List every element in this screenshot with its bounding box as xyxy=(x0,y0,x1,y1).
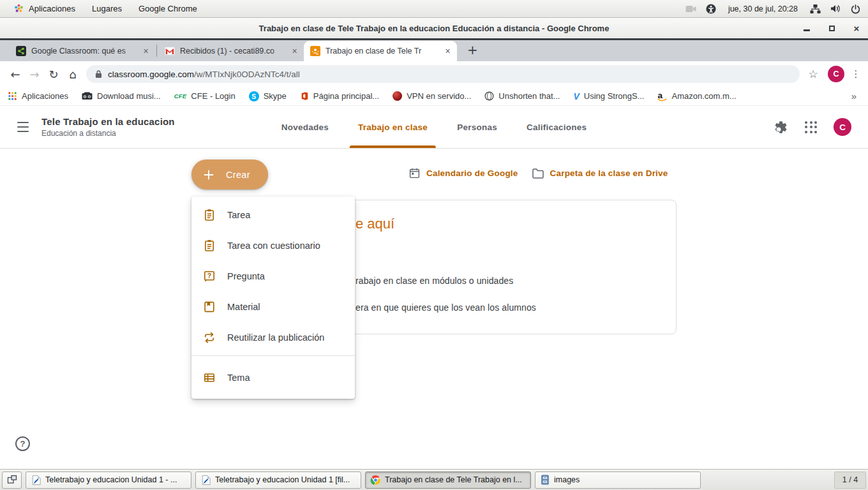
back-button[interactable]: ← xyxy=(6,64,25,84)
link-label: Calendario de Google xyxy=(426,168,518,178)
network-icon[interactable] xyxy=(810,4,821,14)
bookmark-label: Página principal... xyxy=(313,91,379,101)
drive-folder-link[interactable]: Carpeta de la clase en Drive xyxy=(532,168,668,179)
bookmark-star-icon[interactable]: ☆ xyxy=(804,64,823,84)
taskbar-window-writer-1[interactable]: Teletrabajo y educacion Unidad 1 - ... xyxy=(26,471,191,489)
os-taskbar: Teletrabajo y educacion Unidad 1 - ... T… xyxy=(0,469,868,490)
create-button[interactable]: Crear xyxy=(191,160,268,189)
help-button[interactable]: ? xyxy=(15,436,30,451)
tab-personas[interactable]: Personas xyxy=(457,106,497,148)
screen-record-icon[interactable] xyxy=(685,5,696,13)
nav-label: Calificaciones xyxy=(527,122,587,132)
menu-item-label: Tema xyxy=(227,373,250,383)
bookmark-strongvpn[interactable]: V Using StrongS... xyxy=(573,91,644,101)
tab-calificaciones[interactable]: Calificaciones xyxy=(527,106,587,148)
libreoffice-icon xyxy=(200,475,211,486)
account-avatar[interactable]: C xyxy=(834,118,851,136)
class-title-block[interactable]: Tele Trabajo en la educacion Educación a… xyxy=(41,116,175,138)
classroom-header: Tele Trabajo en la educacion Educación a… xyxy=(0,106,868,149)
tab-google-classroom-article[interactable]: Google Classroom: qué es × xyxy=(10,41,155,61)
places-menu[interactable]: Lugares xyxy=(84,0,130,17)
minimize-button[interactable] xyxy=(802,23,812,33)
volume-icon[interactable] xyxy=(830,4,841,13)
reload-button[interactable]: ↻ xyxy=(44,64,63,84)
tab-classroom-classwork[interactable]: Trabajo en clase de Tele Tr × xyxy=(304,41,457,61)
reuse-post-icon xyxy=(203,331,216,344)
show-desktop-icon xyxy=(7,475,17,485)
tab-novedades[interactable]: Novedades xyxy=(281,106,329,148)
google-calendar-link[interactable]: Calendario de Google xyxy=(408,167,518,179)
tab-title: Trabajo en clase de Tele Tr xyxy=(326,47,440,56)
taskbar-window-chrome[interactable]: Trabajo en clase de Tele Trabajo en l... xyxy=(365,471,531,489)
close-button[interactable]: × xyxy=(851,23,862,33)
menu-item-label: Tarea xyxy=(227,210,250,220)
maximize-button[interactable] xyxy=(827,23,837,33)
create-dropdown-menu: Tarea Tarea con cuestionario ? Pregunta … xyxy=(191,197,355,399)
google-apps-grid-icon[interactable] xyxy=(805,121,817,133)
menu-item-label: Tarea con cuestionario xyxy=(227,241,320,251)
bookmark-skype[interactable]: S Skype xyxy=(249,91,287,101)
tab-separator xyxy=(156,45,157,57)
menu-item-label: Reutilizar la publicación xyxy=(227,332,324,343)
bookmark-office[interactable]: Página principal... xyxy=(300,91,379,101)
tab-close-icon[interactable]: × xyxy=(140,46,151,57)
settings-gear-icon[interactable] xyxy=(774,120,788,135)
home-button[interactable]: ⌂ xyxy=(63,64,82,84)
bookmarks-overflow-chevron[interactable]: » xyxy=(851,91,860,101)
office-icon xyxy=(300,91,309,101)
menu-item-material[interactable]: Material xyxy=(191,292,355,322)
boombox-icon xyxy=(82,92,93,100)
cfe-logo-icon: CFE xyxy=(174,93,187,100)
menu-item-tarea-cuestionario[interactable]: Tarea con cuestionario xyxy=(191,230,355,261)
tab-close-icon[interactable]: × xyxy=(289,46,300,57)
bookmark-cfe[interactable]: CFE CFE - Login xyxy=(174,91,236,101)
new-tab-button[interactable]: + xyxy=(467,43,478,56)
bookmark-unshorten[interactable]: Unshorten that... xyxy=(484,91,560,101)
menu-item-tema[interactable]: Tema xyxy=(191,362,355,393)
bookmark-label: Download musi... xyxy=(97,91,161,101)
workspace-switcher[interactable]: 1 / 4 xyxy=(834,471,866,489)
taskbar-window-writer-2[interactable]: Teletrabajo y educacion Unidad 1 [fil... xyxy=(195,471,361,489)
bookmark-vpn[interactable]: VPN en servido... xyxy=(393,91,471,101)
menu-item-pregunta[interactable]: ? Pregunta xyxy=(191,261,355,292)
browser-profile-avatar[interactable]: C xyxy=(828,66,844,82)
places-menu-label: Lugares xyxy=(92,4,122,13)
forward-button[interactable]: → xyxy=(25,64,44,84)
bookmark-amazon[interactable]: a Amazon.com.m... xyxy=(657,91,736,101)
browser-menu-icon[interactable]: ⋮ xyxy=(849,64,862,84)
main-menu-icon[interactable] xyxy=(15,121,31,133)
menu-item-tarea[interactable]: Tarea xyxy=(191,200,355,230)
taskbar-window-images[interactable]: images xyxy=(535,471,701,489)
address-bar[interactable]: classroom.google.com/w/MTIxNjk0ODAzNTc4/… xyxy=(86,65,800,83)
tab-trabajo-en-clase[interactable]: Trabajo en clase xyxy=(358,106,428,148)
clock[interactable]: jue, 30 de jul, 20:28 xyxy=(728,4,798,13)
assignment-icon xyxy=(203,209,216,221)
active-app-menu[interactable]: Google Chrome xyxy=(130,0,206,17)
applications-menu[interactable]: Aplicaciones xyxy=(5,0,84,17)
apps-grid-color-icon xyxy=(8,91,17,101)
taskbar-window-label: Teletrabajo y educacion Unidad 1 - ... xyxy=(45,475,186,484)
os-top-panel: Aplicaciones Lugares Google Chrome jue, … xyxy=(0,0,868,18)
minimize-icon xyxy=(804,29,810,31)
tab-title: Google Classroom: qué es xyxy=(31,47,138,56)
window-titlebar[interactable]: Trabajo en clase de Tele Trabajo en la e… xyxy=(0,18,868,38)
power-icon[interactable] xyxy=(851,4,860,14)
tab-close-icon[interactable]: × xyxy=(442,46,453,57)
bookmark-apps[interactable]: Aplicaciones xyxy=(8,91,68,101)
folder-icon xyxy=(532,168,544,179)
workspace-indicator: 1 / 4 xyxy=(842,475,858,484)
tab-title: Recibidos (1) - cecati89.co xyxy=(180,47,287,56)
show-desktop-button[interactable] xyxy=(2,471,22,489)
panel-status-area: jue, 30 de jul, 20:28 xyxy=(685,4,863,14)
url-domain: classroom.google.com xyxy=(108,70,194,79)
bookmark-label: Unshorten that... xyxy=(498,91,560,101)
taskbar-window-label: Trabajo en clase de Tele Trabajo en l... xyxy=(385,475,526,484)
menu-divider xyxy=(191,355,355,356)
bookmark-label: Skype xyxy=(264,91,287,101)
tab-gmail-inbox[interactable]: Recibidos (1) - cecati89.co × xyxy=(158,41,304,61)
bookmark-download-music[interactable]: Download musi... xyxy=(82,91,161,101)
svg-text:?: ? xyxy=(207,272,211,279)
bookmark-label: Amazon.com.m... xyxy=(671,91,736,101)
menu-item-reutilizar[interactable]: Reutilizar la publicación xyxy=(191,322,355,353)
accessibility-icon[interactable] xyxy=(706,4,716,14)
